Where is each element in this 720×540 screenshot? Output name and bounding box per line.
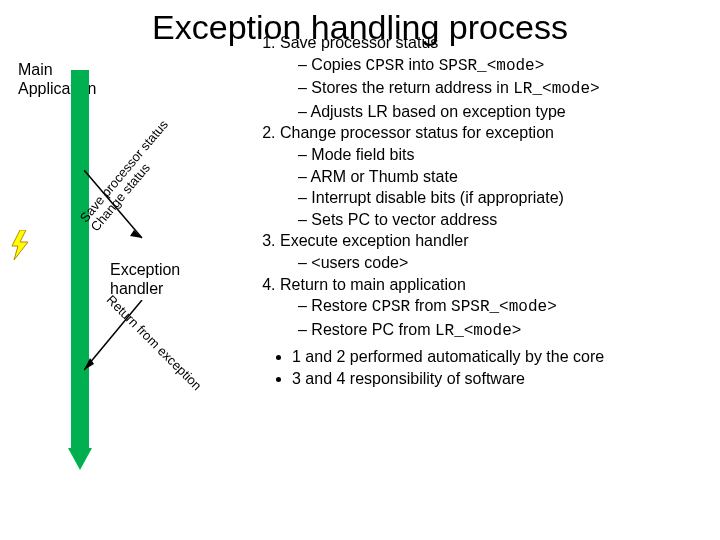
s4a-mid: from [410, 297, 451, 314]
step-2d: Sets PC to vector address [298, 209, 708, 231]
exception-handler-label: Exception handler [110, 260, 180, 298]
step-4: Return to main application Restore CPSR … [280, 274, 708, 343]
s4b-pre: Restore PC from [311, 321, 435, 338]
main-flow-arrow [68, 70, 92, 470]
step-3-text: Execute exception handler [280, 232, 469, 249]
exc-line2: handler [110, 279, 180, 298]
step-3a: <users code> [298, 252, 708, 274]
svg-marker-1 [68, 448, 92, 470]
svg-marker-6 [12, 230, 28, 260]
step-2c: Interrupt disable bits (if appropriate) [298, 187, 708, 209]
steps-panel: Save processor status Copies CPSR into S… [260, 32, 708, 390]
s1a-m1: CPSR [366, 57, 404, 75]
step-2: Change processor status for exception Mo… [280, 122, 708, 230]
s4a-m1: CPSR [372, 298, 410, 316]
s1b-pre: Stores the return address in [311, 79, 513, 96]
s4a-m2: SPSR_<mode> [451, 298, 557, 316]
step-4a: Restore CPSR from SPSR_<mode> [298, 295, 708, 319]
s1b-m: LR_<mode> [513, 80, 599, 98]
step-2b: ARM or Thumb state [298, 166, 708, 188]
s1a-m2: SPSR_<mode> [439, 57, 545, 75]
step-1a: Copies CPSR into SPSR_<mode> [298, 54, 708, 78]
note-1: 1 and 2 performed automatically by the c… [292, 346, 708, 368]
s1a-pre: Copies [311, 56, 365, 73]
lightning-bolt-icon [6, 230, 36, 260]
s4b-m: LR_<mode> [435, 322, 521, 340]
s4a-pre: Restore [311, 297, 371, 314]
note-2: 3 and 4 responsibility of software [292, 368, 708, 390]
step-4-text: Return to main application [280, 276, 466, 293]
exc-line1: Exception [110, 260, 180, 279]
step-3: Execute exception handler <users code> [280, 230, 708, 273]
step-4b: Restore PC from LR_<mode> [298, 319, 708, 343]
step-2-text: Change processor status for exception [280, 124, 554, 141]
step-2a: Mode field bits [298, 144, 708, 166]
step-1c: Adjusts LR based on exception type [298, 101, 708, 123]
step-1-text: Save processor status [280, 34, 438, 51]
s1a-mid: into [404, 56, 439, 73]
step-1: Save processor status Copies CPSR into S… [280, 32, 708, 122]
step-1b: Stores the return address in LR_<mode> [298, 77, 708, 101]
